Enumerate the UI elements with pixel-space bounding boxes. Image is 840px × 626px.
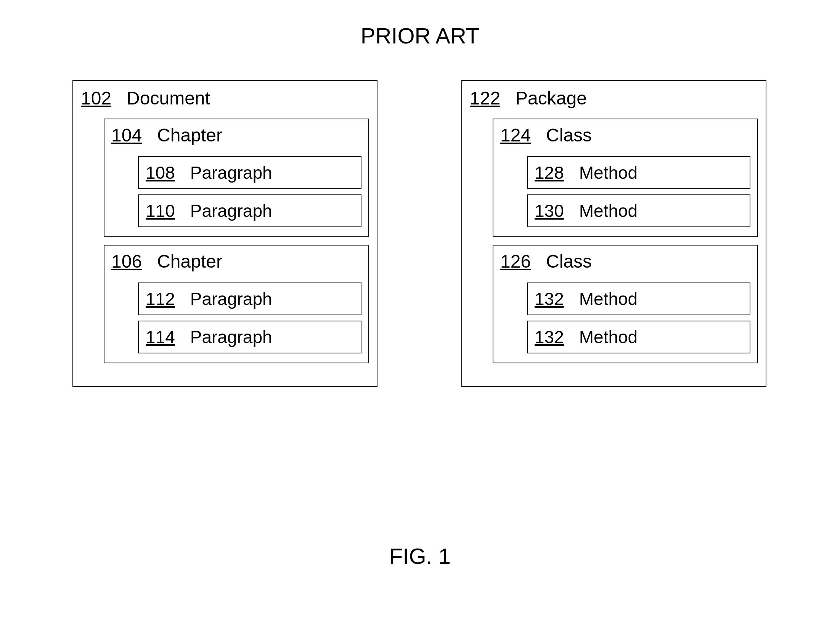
- class-box: 124 Class 128 Method 130 Method: [493, 119, 758, 237]
- chapter-label: Chapter: [157, 251, 222, 272]
- paragraph-ref: 110: [146, 201, 175, 221]
- method-ref: 128: [535, 162, 564, 183]
- paragraph-box: 108 Paragraph: [138, 156, 361, 189]
- method-label: Method: [579, 327, 638, 347]
- method-ref: 132: [535, 327, 564, 347]
- method-ref: 130: [535, 201, 564, 221]
- class-ref: 124: [500, 125, 531, 146]
- package-box: 122 Package 124 Class 128 Method 130 Met…: [461, 80, 766, 387]
- method-box: 130 Method: [527, 194, 750, 227]
- paragraph-label: Paragraph: [190, 201, 272, 221]
- chapter-ref: 104: [111, 125, 142, 146]
- method-box: 132 Method: [527, 283, 750, 315]
- method-label: Method: [579, 162, 638, 183]
- method-header: 132 Method: [535, 289, 743, 309]
- package-header: 122 Package: [470, 85, 758, 115]
- class-header: 126 Class: [500, 249, 750, 277]
- chapter-box: 106 Chapter 112 Paragraph 114 Paragraph: [104, 245, 369, 363]
- chapter-header: 106 Chapter: [111, 249, 361, 277]
- class-header: 124 Class: [500, 123, 750, 151]
- class-box: 126 Class 132 Method 132 Method: [493, 245, 758, 363]
- paragraph-header: 114 Paragraph: [146, 327, 354, 347]
- document-label: Document: [127, 88, 210, 109]
- class-ref: 126: [500, 251, 531, 272]
- diagram-columns: 102 Document 104 Chapter 108 Paragraph 1…: [72, 80, 768, 387]
- paragraph-header: 108 Paragraph: [146, 162, 354, 183]
- method-label: Method: [579, 201, 638, 221]
- class-label: Class: [546, 125, 592, 146]
- chapter-label: Chapter: [157, 125, 222, 146]
- method-ref: 132: [535, 289, 564, 309]
- chapter-header: 104 Chapter: [111, 123, 361, 151]
- chapter-box: 104 Chapter 108 Paragraph 110 Paragraph: [104, 119, 369, 237]
- method-label: Method: [579, 289, 638, 309]
- method-box: 132 Method: [527, 321, 750, 353]
- paragraph-label: Paragraph: [190, 289, 272, 309]
- paragraph-header: 110 Paragraph: [146, 201, 354, 221]
- paragraph-box: 114 Paragraph: [138, 321, 361, 353]
- method-box: 128 Method: [527, 156, 750, 189]
- document-header: 102 Document: [81, 85, 369, 115]
- paragraph-box: 112 Paragraph: [138, 283, 361, 315]
- package-label: Package: [516, 88, 587, 109]
- paragraph-header: 112 Paragraph: [146, 289, 354, 309]
- paragraph-label: Paragraph: [190, 327, 272, 347]
- class-label: Class: [546, 251, 592, 272]
- paragraph-box: 110 Paragraph: [138, 194, 361, 227]
- document-box: 102 Document 104 Chapter 108 Paragraph 1…: [72, 80, 377, 387]
- method-header: 132 Method: [535, 327, 743, 347]
- paragraph-ref: 114: [146, 327, 175, 347]
- page-title: PRIOR ART: [361, 23, 480, 48]
- method-header: 128 Method: [535, 162, 743, 183]
- chapter-ref: 106: [111, 251, 142, 272]
- document-ref: 102: [81, 88, 111, 109]
- package-ref: 122: [470, 88, 500, 109]
- paragraph-ref: 108: [146, 162, 175, 183]
- method-header: 130 Method: [535, 201, 743, 221]
- paragraph-ref: 112: [146, 289, 175, 309]
- figure-label: FIG. 1: [389, 543, 451, 569]
- paragraph-label: Paragraph: [190, 162, 272, 183]
